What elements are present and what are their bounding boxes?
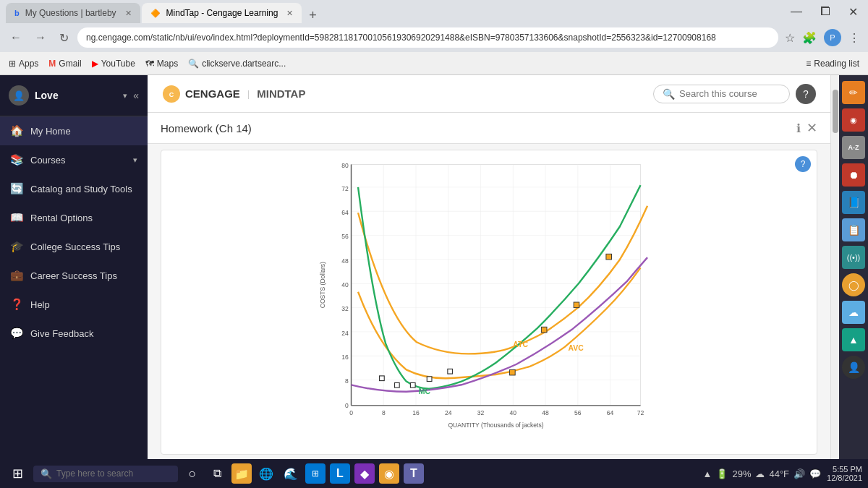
back-button[interactable]: ← — [6, 30, 26, 46]
tab-bartleby-close[interactable]: ✕ — [125, 9, 132, 18]
svg-text:C: C — [169, 91, 174, 98]
taskbar-explorer[interactable]: 📁 — [231, 463, 252, 484]
taskbar-clock[interactable]: 5:55 PM 12/8/2021 — [827, 465, 862, 482]
search-area: 🔍 ? — [653, 84, 816, 104]
extensions-btn[interactable]: 🧩 — [800, 29, 819, 47]
title-bar: b My Questions | bartleby ✕ 🔶 MindTap - … — [0, 0, 868, 23]
sidebar-courses-label: Courses — [30, 155, 65, 166]
tab-bartleby[interactable]: b My Questions | bartleby ✕ — [6, 3, 140, 23]
wifi-button[interactable]: ((•)) — [842, 246, 865, 269]
taskbar-app-purple[interactable]: ◆ — [354, 463, 375, 484]
bookmark-youtube[interactable]: ▶ YouTube — [92, 59, 135, 69]
bookmark-apps-label: Apps — [19, 59, 38, 69]
bookmark-gmail[interactable]: M Gmail — [48, 59, 81, 69]
minimize-button[interactable]: — — [786, 5, 807, 18]
book-button[interactable]: 📘 — [842, 191, 865, 214]
help-icon: ❓ — [10, 298, 23, 311]
close-window-button[interactable]: ✕ — [844, 5, 862, 19]
explorer-icon: 📁 — [234, 467, 249, 481]
svg-text:72: 72 — [637, 409, 644, 416]
forward-button[interactable]: → — [30, 30, 51, 46]
sidebar-item-catalog[interactable]: 🔄 Catalog and Study Tools — [0, 174, 148, 203]
svg-text:80: 80 — [341, 162, 349, 169]
sidebar-item-feedback[interactable]: 💬 Give Feedback — [0, 319, 148, 348]
svg-rect-54 — [395, 382, 400, 388]
record-button[interactable]: ⏺ — [842, 163, 865, 187]
app-purple-icon: ◆ — [360, 467, 369, 481]
maximize-button[interactable]: ⧠ — [815, 5, 835, 18]
search-input[interactable] — [679, 88, 780, 99]
svg-rect-56 — [427, 377, 432, 382]
circle-button[interactable]: ◯ — [842, 273, 865, 296]
svg-text:56: 56 — [574, 409, 582, 416]
sidebar-item-rental[interactable]: 📖 Rental Options — [0, 203, 148, 232]
cloud-button[interactable]: ☁ — [842, 301, 865, 324]
help-button[interactable]: ? — [796, 84, 816, 104]
taskbar-app-l[interactable]: L — [330, 463, 350, 484]
bookmark-star[interactable]: ☆ — [783, 29, 797, 47]
taskbar-teams[interactable]: T — [404, 463, 424, 484]
teams-icon: T — [410, 467, 417, 480]
top-bar: C CENGAGE | MINDTAP 🔍 ? — [148, 75, 830, 113]
rental-icon: 📖 — [10, 211, 23, 224]
start-button[interactable]: ⊞ — [6, 462, 29, 485]
taskbar-app-orange[interactable]: ◉ — [379, 463, 399, 484]
sidebar-item-my-home[interactable]: 🏠 My Home — [0, 116, 148, 145]
profile-btn[interactable]: P — [822, 27, 843, 48]
drive-icon: ▲ — [848, 334, 859, 346]
az-button[interactable]: A-Z — [842, 136, 865, 159]
taskbar-edge[interactable]: 🌊 — [281, 463, 301, 484]
note-button[interactable]: 📋 — [842, 218, 865, 241]
pencil-tool-button[interactable]: ✏ — [842, 81, 865, 104]
profile-tool-button[interactable]: 👤 — [842, 356, 865, 379]
store-icon: ⊞ — [312, 468, 319, 479]
taskbar-chrome[interactable]: 🌐 — [256, 463, 276, 484]
mindtap-text: MINDTAP — [257, 87, 305, 100]
scroll-thumb[interactable] — [833, 90, 838, 133]
app-orange-icon: ◉ — [384, 467, 394, 481]
sidebar-item-help[interactable]: ❓ Help — [0, 290, 148, 319]
cortana-icon: ○ — [189, 466, 197, 481]
menu-btn[interactable]: ⋮ — [846, 29, 862, 47]
bookmark-clickserve[interactable]: 🔍 clickserve.dartsearc... — [188, 59, 286, 69]
user-dropdown-arrow: ▾ — [123, 91, 127, 100]
homework-close-button[interactable]: ✕ — [807, 120, 817, 136]
sidebar-feedback-label: Give Feedback — [30, 328, 93, 339]
bookmark-maps[interactable]: 🗺 Maps — [145, 59, 178, 69]
sidebar-collapse-button[interactable]: « — [133, 90, 139, 101]
reload-button[interactable]: ↻ — [55, 30, 73, 46]
homework-header: Homework (Ch 14) ℹ ✕ — [148, 113, 830, 144]
svg-text:72: 72 — [341, 185, 349, 192]
drive-button[interactable]: ▲ — [842, 328, 865, 351]
search-input-wrap: 🔍 — [653, 85, 790, 103]
address-input[interactable] — [77, 27, 778, 48]
maps-icon: 🗺 — [145, 59, 154, 69]
sidebar-item-courses[interactable]: 📚 Courses ▾ — [0, 145, 148, 174]
rss-button[interactable]: ◉ — [842, 108, 865, 132]
tab-mindtap-close[interactable]: ✕ — [286, 9, 293, 18]
new-tab-button[interactable]: + — [303, 8, 323, 23]
svg-text:40: 40 — [341, 281, 349, 288]
sidebar-item-career-tips[interactable]: 💼 Career Success Tips — [0, 261, 148, 290]
cortana-button[interactable]: ○ — [182, 463, 203, 484]
sidebar-navigation: 🏠 My Home 📚 Courses ▾ 🔄 Catalog and Stud… — [0, 116, 148, 488]
sidebar-user[interactable]: 👤 Love ▾ « — [0, 75, 148, 116]
homework-info-button[interactable]: ℹ — [796, 121, 801, 135]
reading-list-button[interactable]: ≡ Reading list — [806, 59, 859, 69]
taskbar-search-area[interactable]: 🔍 — [33, 466, 178, 482]
taskbar: ⊞ 🔍 ○ ⧉ 📁 🌐 🌊 ⊞ L ◆ ◉ T ▲ 🔋 29% ☁ 44°F — [0, 459, 868, 488]
clickserve-icon: 🔍 — [188, 59, 199, 69]
sidebar-item-college-tips[interactable]: 🎓 College Success Tips — [0, 232, 148, 261]
svg-text:8: 8 — [382, 409, 386, 416]
task-view-button[interactable]: ⧉ — [207, 463, 227, 484]
homework-panel: Homework (Ch 14) ℹ ✕ — [148, 113, 830, 144]
tab-mindtap[interactable]: 🔶 MindTap - Cengage Learning ✕ — [142, 3, 302, 23]
taskbar-store[interactable]: ⊞ — [305, 463, 326, 484]
bookmark-apps[interactable]: ⊞ Apps — [9, 59, 38, 69]
app-container: 👤 Love ▾ « 🏠 My Home 📚 Courses ▾ 🔄 Catal… — [0, 75, 868, 488]
college-icon: 🎓 — [10, 240, 23, 253]
cengage-logo: C CENGAGE | MINDTAP — [162, 85, 305, 103]
tab-mindtap-label: MindTap - Cengage Learning — [166, 8, 278, 18]
taskbar-search-input[interactable] — [56, 468, 158, 479]
scroll-area — [830, 75, 839, 488]
